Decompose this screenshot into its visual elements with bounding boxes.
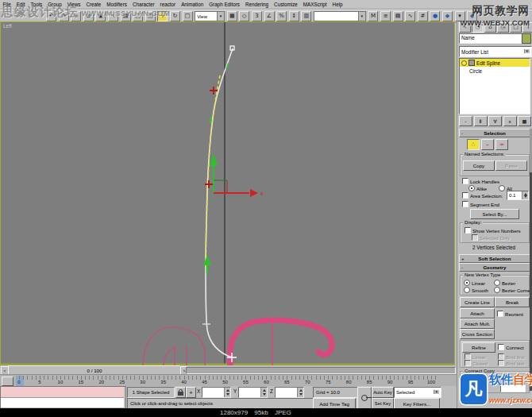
menu-item-file[interactable]: File xyxy=(0,2,13,7)
menu-item-views[interactable]: Views xyxy=(64,2,83,7)
tab-hierarchy[interactable]: ⌂ xyxy=(484,22,496,33)
radio-icon[interactable] xyxy=(464,280,470,286)
stack-item-circle[interactable]: Circle xyxy=(460,67,530,75)
menu-item-reactor[interactable]: reactor xyxy=(157,2,179,7)
select-object-icon[interactable]: ↖ xyxy=(108,11,118,21)
gizmo-y-axis-arrow[interactable] xyxy=(210,153,218,166)
maxscript-mini-listener[interactable] xyxy=(0,386,126,410)
rectangular-selection-region-icon[interactable]: ▢ xyxy=(133,11,143,21)
refine-button[interactable]: Refine xyxy=(462,342,495,353)
rollout-selection-header[interactable]: - Selection xyxy=(459,129,530,137)
mirror-icon[interactable]: M xyxy=(368,11,378,21)
radio-icon[interactable] xyxy=(468,185,475,191)
menu-item-graph-editors[interactable]: Graph Editors xyxy=(206,2,243,7)
select-and-link-icon[interactable]: ∞ xyxy=(71,11,81,21)
object-color-swatch[interactable] xyxy=(522,33,531,44)
create-line-button[interactable]: Create Line xyxy=(460,297,495,307)
show-vertex-numbers-checkbox[interactable]: Show Vertex Numbers xyxy=(465,227,521,234)
break-button[interactable]: Break xyxy=(495,297,530,307)
menu-item-help[interactable]: Help xyxy=(330,2,345,7)
track-bar[interactable]: 0510152025303540455055606570758085909510… xyxy=(0,374,457,387)
named-selection-dropdown[interactable] xyxy=(314,11,366,21)
bezier-radio[interactable]: Bezier xyxy=(494,280,515,286)
tab-utilities[interactable]: T xyxy=(522,22,532,33)
listener-macro-row[interactable] xyxy=(1,387,124,398)
rollout-soft-selection-header[interactable]: + Soft Selection xyxy=(459,254,530,263)
alike-radio[interactable]: Alike xyxy=(468,185,487,191)
angle-snap-icon[interactable]: ∠ xyxy=(264,11,275,21)
tab-display[interactable]: ▢ xyxy=(510,22,522,33)
y-coordinate-field[interactable] xyxy=(238,387,268,398)
menu-item-create[interactable]: Create xyxy=(83,2,104,7)
render-scene-icon[interactable]: ◆ xyxy=(442,11,453,21)
menu-item-group[interactable]: Group xyxy=(45,2,65,7)
set-keys-button[interactable] xyxy=(357,387,372,409)
menu-item-animation[interactable]: Animation xyxy=(179,2,206,7)
spinner-icon[interactable] xyxy=(224,388,230,397)
select-and-rotate-icon[interactable]: ↻ xyxy=(170,11,180,21)
checkbox-icon[interactable] xyxy=(498,344,504,350)
menu-item-modifiers[interactable]: Modifiers xyxy=(104,2,130,7)
radio-icon[interactable] xyxy=(464,287,470,293)
add-time-tag-button[interactable]: Add Time Tag xyxy=(313,398,356,409)
configure-modifier-sets-icon[interactable]: ▦ xyxy=(518,116,531,126)
chevron-down-icon[interactable] xyxy=(358,12,365,21)
key-filters-button[interactable]: Key Filters... xyxy=(394,398,440,409)
lock-handles-checkbox[interactable]: Lock Handles xyxy=(462,178,499,184)
schematic-view-icon[interactable]: # xyxy=(418,11,428,21)
select-and-move-icon[interactable]: + xyxy=(157,11,168,21)
curve-editor-icon[interactable]: ∿ xyxy=(405,11,415,21)
reorient-checkbox[interactable]: Reorient xyxy=(497,311,523,317)
menu-item-maxscript[interactable]: MAXScript xyxy=(300,2,330,7)
pin-stack-icon[interactable]: - xyxy=(459,116,472,126)
smooth-radio[interactable]: Smooth xyxy=(464,287,488,293)
pink-shape-left[interactable] xyxy=(143,327,205,365)
copy-button[interactable]: Copy xyxy=(463,160,495,171)
show-end-result-icon[interactable]: Ⅱ xyxy=(474,116,488,126)
select-by-button[interactable]: Select By... xyxy=(470,209,519,219)
viewport-label[interactable]: Left xyxy=(3,23,12,29)
spinner-snap-icon[interactable]: ↕ xyxy=(289,11,299,21)
radio-icon[interactable] xyxy=(494,287,500,293)
window-crossing-toggle-icon[interactable]: ◫ xyxy=(145,11,156,21)
viewport-left[interactable]: x Left xyxy=(0,21,455,365)
attach-button[interactable]: Attach xyxy=(460,308,495,319)
segment-end-checkbox[interactable]: Segment End xyxy=(462,201,499,207)
vertex-mode-icon[interactable]: ∴ xyxy=(467,139,480,150)
checkbox-icon[interactable] xyxy=(465,227,471,234)
spline-mode-icon[interactable]: ≈ xyxy=(495,139,508,150)
menu-item-tools[interactable]: Tools xyxy=(28,2,45,7)
tab-create[interactable]: ↖ xyxy=(459,22,471,33)
checkbox-icon[interactable] xyxy=(462,192,468,199)
make-unique-icon[interactable]: ∀ xyxy=(488,116,502,126)
linear-radio[interactable]: Linear xyxy=(464,280,485,286)
radio-icon[interactable] xyxy=(499,185,505,191)
menu-item-character[interactable]: Character xyxy=(129,2,157,7)
segment-mode-icon[interactable]: ⌣ xyxy=(481,139,494,150)
align-icon[interactable]: ≡ xyxy=(380,11,391,21)
quick-render-icon[interactable]: ◆ xyxy=(467,11,477,21)
radio-icon[interactable] xyxy=(494,280,500,286)
tab-modify[interactable]: ◔ xyxy=(472,22,484,33)
z-coordinate-field[interactable] xyxy=(275,387,304,398)
open-mini-curve-editor-icon[interactable] xyxy=(2,376,13,386)
material-editor-icon[interactable]: ● xyxy=(430,11,440,21)
edit-named-selections-icon[interactable]: ▥ xyxy=(301,11,311,21)
menu-item-rendering[interactable]: Rendering xyxy=(243,2,272,7)
gizmo-x-axis-arrow[interactable] xyxy=(250,189,258,197)
selection-lock-toggle[interactable] xyxy=(175,387,186,398)
tab-motion[interactable]: ◷ xyxy=(497,22,509,33)
time-slider-channel[interactable] xyxy=(186,367,456,374)
attach-mult-button[interactable]: Attach Mult. xyxy=(460,319,495,329)
object-name-field[interactable]: Name xyxy=(459,33,522,44)
area-selection-value[interactable]: 0.1 xyxy=(507,191,529,200)
connect-checkbox[interactable]: Connect xyxy=(498,344,524,350)
checkbox-icon[interactable] xyxy=(462,201,468,207)
bind-to-space-warp-icon[interactable]: ◉ xyxy=(95,11,106,21)
cross-section-button[interactable]: Cross Section xyxy=(460,329,495,339)
x-coordinate-field[interactable] xyxy=(202,387,231,398)
chevron-down-icon[interactable] xyxy=(217,12,224,21)
edited-spline[interactable] xyxy=(206,48,233,357)
spinner-icon[interactable] xyxy=(260,388,267,397)
remove-modifier-icon[interactable]: x xyxy=(503,116,517,126)
